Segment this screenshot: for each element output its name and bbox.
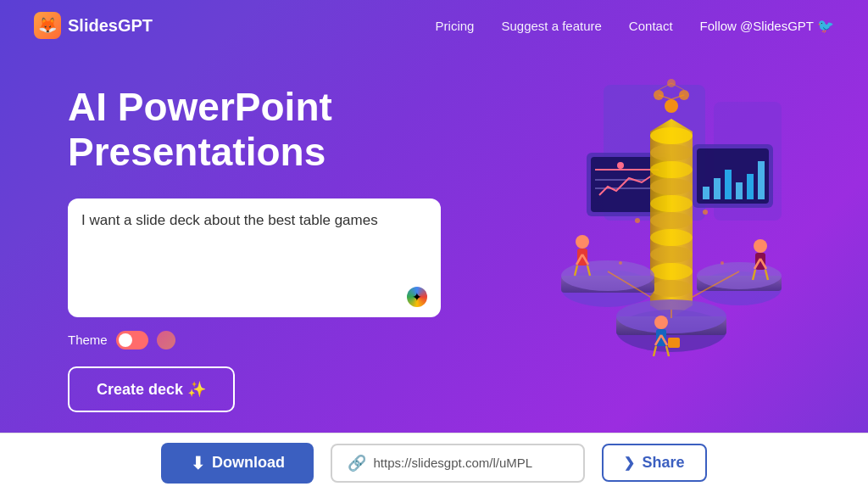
- svg-rect-14: [747, 174, 754, 199]
- hero-title: AI PowerPointPresentations: [68, 85, 441, 175]
- nav-twitter-label: Follow @SlidesGPT: [700, 19, 814, 33]
- svg-point-27: [665, 99, 678, 113]
- bottom-bar: ⬇ Download 🔗 https://slidesgpt.com/l/uMP…: [0, 433, 868, 492]
- logo[interactable]: 🦊 SlidesGPT: [34, 12, 153, 39]
- nav-links: Pricing Suggest a feature Contact Follow…: [436, 18, 834, 34]
- url-display: 🔗 https://slidesgpt.com/l/uMPL: [331, 444, 585, 483]
- prompt-input[interactable]: I want a slide deck about the best table…: [81, 212, 427, 280]
- prompt-input-wrapper: I want a slide deck about the best table…: [68, 198, 441, 317]
- svg-point-23: [650, 229, 693, 246]
- share-icon: ❮: [624, 455, 635, 471]
- download-button[interactable]: ⬇ Download: [161, 443, 314, 484]
- hero-illustration: [451, 68, 790, 390]
- theme-label: Theme: [68, 333, 108, 347]
- share-button[interactable]: ❮ Share: [602, 444, 706, 482]
- svg-point-21: [650, 195, 693, 212]
- hero-left: AI PowerPointPresentations I want a slid…: [68, 85, 441, 412]
- svg-point-17: [650, 127, 693, 144]
- svg-point-19: [650, 161, 693, 178]
- svg-point-20: [650, 178, 693, 195]
- gemini-icon: ✦: [407, 287, 427, 307]
- logo-icon: 🦊: [34, 12, 61, 39]
- create-deck-button[interactable]: Create deck ✨: [68, 366, 235, 412]
- hero-right: [441, 68, 800, 390]
- svg-point-69: [721, 261, 724, 265]
- svg-point-47: [576, 235, 589, 249]
- svg-rect-10: [703, 187, 709, 199]
- svg-point-59: [654, 316, 668, 329]
- share-label: Share: [642, 454, 684, 472]
- nav-contact[interactable]: Contact: [629, 19, 673, 33]
- nav-pricing[interactable]: Pricing: [436, 19, 475, 33]
- textarea-bottom: ✦: [81, 287, 427, 307]
- navbar: 🦊 SlidesGPT Pricing Suggest a feature Co…: [0, 0, 868, 51]
- svg-rect-13: [736, 182, 743, 199]
- svg-rect-65: [668, 338, 680, 348]
- svg-rect-54: [755, 253, 765, 270]
- svg-point-66: [635, 218, 640, 223]
- svg-point-25: [650, 263, 693, 280]
- theme-row: Theme: [68, 331, 441, 349]
- svg-point-18: [650, 144, 693, 161]
- url-text: https://slidesgpt.com/l/uMPL: [373, 456, 532, 470]
- link-icon: 🔗: [348, 454, 366, 472]
- main-background: 🦊 SlidesGPT Pricing Suggest a feature Co…: [0, 0, 868, 433]
- svg-point-68: [619, 261, 622, 265]
- nav-twitter[interactable]: Follow @SlidesGPT 🐦: [700, 18, 834, 34]
- svg-rect-11: [714, 178, 721, 199]
- logo-text: SlidesGPT: [68, 16, 153, 36]
- download-icon: ⬇: [191, 453, 205, 473]
- svg-rect-15: [758, 161, 765, 199]
- svg-rect-12: [725, 170, 732, 199]
- svg-point-24: [650, 246, 693, 263]
- nav-suggest[interactable]: Suggest a feature: [501, 19, 601, 33]
- theme-toggle[interactable]: [116, 331, 148, 349]
- download-label: Download: [212, 454, 285, 472]
- hero-section: AI PowerPointPresentations I want a slid…: [0, 51, 868, 412]
- svg-point-7: [617, 162, 624, 169]
- svg-point-26: [650, 280, 693, 297]
- theme-swatch: [157, 331, 175, 349]
- svg-point-40: [697, 262, 782, 289]
- svg-rect-60: [656, 329, 666, 346]
- svg-rect-48: [577, 249, 587, 266]
- svg-point-67: [703, 210, 708, 215]
- svg-point-53: [754, 239, 767, 253]
- create-deck-label: Create deck ✨: [97, 380, 206, 399]
- svg-point-22: [650, 212, 693, 229]
- twitter-icon: 🐦: [817, 18, 834, 34]
